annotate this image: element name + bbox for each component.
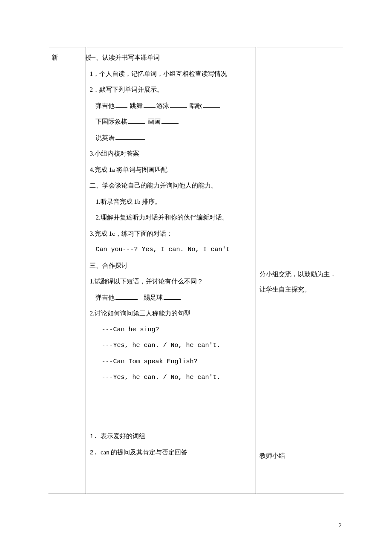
section2-title: 二、学会谈论自己的能力并询问他人的能力。 <box>89 178 252 194</box>
vocab-line-2: 下国际象棋 画画 <box>89 114 252 130</box>
dlg-he-q: ---Can he sing? <box>89 322 252 338</box>
blank <box>161 117 179 124</box>
summary-2-text: can 的提问及其肯定与否定回答 <box>101 449 188 456</box>
trans-b: 踢足球 <box>144 294 163 301</box>
item-2-3: 3.完成 1c，练习下面的对话： <box>89 226 252 242</box>
notes-cell: 分小组交流，以鼓励为主，让学生自主探究。 教师小结 <box>256 47 344 494</box>
item-2-1: 1.听录音完成 1b 排序。 <box>89 194 252 210</box>
stage-cell: 新 授: <box>48 47 86 494</box>
vocab-2a: 下国际象棋 <box>95 118 127 125</box>
item-2-2: 2.理解并复述听力对话并和你的伙伴编新对话。 <box>89 210 252 226</box>
blank <box>144 101 156 108</box>
summary-2: 2. can 的提问及其肯定与否定回答 <box>89 445 252 461</box>
blank <box>203 101 220 108</box>
vocab-1b: 跳舞 <box>130 102 143 109</box>
item-1-1: 1，个人自读，记忆单词，小组互相检查读写情况 <box>89 66 252 82</box>
blank <box>164 293 181 300</box>
vocab-1c: 游泳 <box>156 102 169 109</box>
dlg-tom-q: ---Can Tom speak English? <box>89 354 252 370</box>
summary-1: 1. 表示爱好的词组 <box>89 428 252 445</box>
blank <box>128 117 145 124</box>
lesson-table: 新 授: 一、认读并书写本课单词 1，个人自读，记忆单词，小组互相检查读写情况 … <box>48 47 344 494</box>
page-number: 2 <box>339 518 342 533</box>
note-2: 教师小结 <box>259 448 340 463</box>
content-cell: 一、认读并书写本课单词 1，个人自读，记忆单词，小组互相检查读写情况 2．默写下… <box>86 47 256 494</box>
summary-1-text: 表示爱好的词组 <box>101 433 145 439</box>
summary-1-num: 1. <box>89 433 97 440</box>
item-3-1: 1.试翻译以下短语，并讨论有什么不同？ <box>89 274 252 290</box>
vocab-line-1: 弹吉他 跳舞游泳 唱歌 <box>89 98 252 114</box>
section3-title: 三、合作探讨 <box>89 258 252 274</box>
blank <box>115 293 138 300</box>
item-1-2: 2．默写下列单词并展示。 <box>89 82 252 98</box>
vocab-3a: 说英语 <box>95 134 115 141</box>
item-3-2: 2.讨论如何询问第三人称能力的句型 <box>89 306 252 322</box>
dialog-1: Can you---? Yes, I can. No, I can't <box>89 242 252 258</box>
summary-2-num: 2. <box>89 449 97 457</box>
vocab-1d: 唱歌 <box>190 102 202 109</box>
blank <box>115 133 145 140</box>
blank <box>115 101 127 108</box>
translate-line: 弹吉他 踢足球 <box>89 290 252 306</box>
item-1-4: 4.完成 1a 将单词与图画匹配 <box>89 162 252 178</box>
vocab-1a: 弹吉他 <box>95 102 115 109</box>
note-1: 分小组交流，以鼓励为主，让学生自主探究。 <box>259 266 340 297</box>
vocab-line-3: 说英语 <box>89 130 252 146</box>
section1-title: 一、认读并书写本课单词 <box>89 50 252 66</box>
vocab-2b: 画画 <box>148 118 161 125</box>
trans-a: 弹吉他 <box>95 294 115 301</box>
dlg-tom-a: ---Yes, he can. / No, he can't. <box>89 370 252 386</box>
blank <box>170 101 187 108</box>
dlg-he-a: ---Yes, he can. / No, he can't. <box>89 338 252 354</box>
item-1-3: 3.小组内核对答案 <box>89 146 252 162</box>
